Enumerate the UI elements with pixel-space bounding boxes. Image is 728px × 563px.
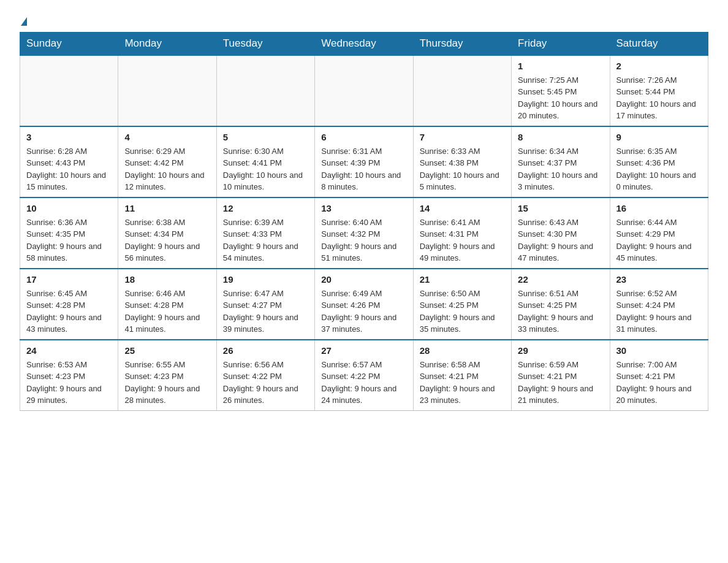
calendar-day-cell: 3Sunrise: 6:28 AM Sunset: 4:43 PM Daylig… (20, 126, 118, 197)
calendar-week-row: 3Sunrise: 6:28 AM Sunset: 4:43 PM Daylig… (20, 126, 708, 197)
day-number: 9 (616, 131, 702, 144)
day-info: Sunrise: 6:55 AM Sunset: 4:23 PM Dayligh… (124, 360, 200, 405)
calendar-day-cell: 23Sunrise: 6:52 AM Sunset: 4:24 PM Dayli… (610, 269, 708, 340)
calendar-day-cell: 20Sunrise: 6:49 AM Sunset: 4:26 PM Dayli… (315, 269, 413, 340)
day-number: 21 (420, 273, 505, 286)
calendar-day-cell: 8Sunrise: 6:34 AM Sunset: 4:37 PM Daylig… (512, 126, 610, 197)
calendar-week-row: 24Sunrise: 6:53 AM Sunset: 4:23 PM Dayli… (20, 340, 708, 411)
calendar-day-cell: 18Sunrise: 6:46 AM Sunset: 4:28 PM Dayli… (118, 269, 216, 340)
day-info: Sunrise: 7:25 AM Sunset: 5:45 PM Dayligh… (518, 75, 597, 121)
day-number: 29 (518, 344, 603, 358)
day-info: Sunrise: 6:35 AM Sunset: 4:36 PM Dayligh… (616, 147, 696, 192)
calendar-day-cell: 7Sunrise: 6:33 AM Sunset: 4:38 PM Daylig… (413, 126, 511, 197)
day-number: 28 (420, 344, 505, 358)
calendar-day-cell (20, 55, 118, 126)
day-info: Sunrise: 6:58 AM Sunset: 4:21 PM Dayligh… (420, 360, 495, 405)
day-info: Sunrise: 6:53 AM Sunset: 4:23 PM Dayligh… (26, 360, 102, 405)
day-info: Sunrise: 6:36 AM Sunset: 4:35 PM Dayligh… (26, 218, 102, 263)
day-info: Sunrise: 6:50 AM Sunset: 4:25 PM Dayligh… (420, 289, 495, 334)
day-info: Sunrise: 6:56 AM Sunset: 4:22 PM Dayligh… (223, 360, 298, 405)
day-number: 4 (124, 131, 210, 144)
calendar-day-cell: 5Sunrise: 6:30 AM Sunset: 4:41 PM Daylig… (216, 126, 314, 197)
day-info: Sunrise: 6:57 AM Sunset: 4:22 PM Dayligh… (321, 360, 396, 405)
weekday-header-saturday: Saturday (610, 33, 708, 56)
weekday-header-tuesday: Tuesday (216, 33, 314, 56)
day-info: Sunrise: 6:47 AM Sunset: 4:27 PM Dayligh… (223, 289, 298, 334)
day-number: 24 (26, 344, 112, 358)
day-number: 7 (420, 131, 505, 144)
calendar-day-cell: 30Sunrise: 7:00 AM Sunset: 4:21 PM Dayli… (610, 340, 708, 411)
weekday-header-friday: Friday (512, 33, 610, 56)
calendar-day-cell (413, 55, 511, 126)
calendar-day-cell: 1Sunrise: 7:25 AM Sunset: 5:45 PM Daylig… (512, 55, 610, 126)
calendar-day-cell: 27Sunrise: 6:57 AM Sunset: 4:22 PM Dayli… (315, 340, 413, 411)
weekday-header-row: SundayMondayTuesdayWednesdayThursdayFrid… (20, 33, 708, 56)
calendar-day-cell: 10Sunrise: 6:36 AM Sunset: 4:35 PM Dayli… (20, 197, 118, 269)
calendar-day-cell: 4Sunrise: 6:29 AM Sunset: 4:42 PM Daylig… (118, 126, 216, 197)
day-number: 10 (26, 202, 112, 215)
day-info: Sunrise: 6:34 AM Sunset: 4:37 PM Dayligh… (518, 147, 597, 192)
calendar-day-cell: 14Sunrise: 6:41 AM Sunset: 4:31 PM Dayli… (413, 197, 511, 269)
calendar-day-cell: 28Sunrise: 6:58 AM Sunset: 4:21 PM Dayli… (413, 340, 511, 411)
day-info: Sunrise: 7:26 AM Sunset: 5:44 PM Dayligh… (616, 75, 696, 121)
day-info: Sunrise: 6:40 AM Sunset: 4:32 PM Dayligh… (321, 218, 396, 263)
calendar-week-row: 17Sunrise: 6:45 AM Sunset: 4:28 PM Dayli… (20, 269, 708, 340)
day-info: Sunrise: 6:44 AM Sunset: 4:29 PM Dayligh… (616, 218, 692, 263)
day-number: 19 (223, 273, 308, 286)
logo (20, 17, 27, 26)
calendar-day-cell: 25Sunrise: 6:55 AM Sunset: 4:23 PM Dayli… (118, 340, 216, 411)
page-header (20, 15, 708, 26)
day-number: 20 (321, 273, 406, 286)
logo-triangle-icon (21, 17, 27, 26)
day-number: 1 (518, 59, 603, 73)
day-number: 30 (616, 344, 702, 358)
calendar-day-cell (315, 55, 413, 126)
day-info: Sunrise: 6:51 AM Sunset: 4:25 PM Dayligh… (518, 289, 593, 334)
calendar-day-cell: 24Sunrise: 6:53 AM Sunset: 4:23 PM Dayli… (20, 340, 118, 411)
day-number: 26 (223, 344, 308, 358)
weekday-header-wednesday: Wednesday (315, 33, 413, 56)
day-number: 13 (321, 202, 406, 215)
day-info: Sunrise: 6:29 AM Sunset: 4:42 PM Dayligh… (124, 147, 204, 192)
weekday-header-sunday: Sunday (20, 33, 118, 56)
day-info: Sunrise: 7:00 AM Sunset: 4:21 PM Dayligh… (616, 360, 692, 405)
calendar-week-row: 1Sunrise: 7:25 AM Sunset: 5:45 PM Daylig… (20, 55, 708, 126)
calendar-day-cell: 12Sunrise: 6:39 AM Sunset: 4:33 PM Dayli… (216, 197, 314, 269)
day-info: Sunrise: 6:38 AM Sunset: 4:34 PM Dayligh… (124, 218, 200, 263)
day-number: 25 (124, 344, 210, 358)
day-number: 3 (26, 131, 112, 144)
day-number: 27 (321, 344, 406, 358)
day-info: Sunrise: 6:39 AM Sunset: 4:33 PM Dayligh… (223, 218, 298, 263)
calendar-day-cell: 26Sunrise: 6:56 AM Sunset: 4:22 PM Dayli… (216, 340, 314, 411)
day-number: 23 (616, 273, 702, 286)
day-number: 11 (124, 202, 210, 215)
calendar-day-cell: 17Sunrise: 6:45 AM Sunset: 4:28 PM Dayli… (20, 269, 118, 340)
calendar-day-cell: 21Sunrise: 6:50 AM Sunset: 4:25 PM Dayli… (413, 269, 511, 340)
day-info: Sunrise: 6:43 AM Sunset: 4:30 PM Dayligh… (518, 218, 593, 263)
calendar-day-cell: 15Sunrise: 6:43 AM Sunset: 4:30 PM Dayli… (512, 197, 610, 269)
day-info: Sunrise: 6:30 AM Sunset: 4:41 PM Dayligh… (223, 147, 303, 192)
day-info: Sunrise: 6:49 AM Sunset: 4:26 PM Dayligh… (321, 289, 396, 334)
day-number: 5 (223, 131, 308, 144)
day-number: 6 (321, 131, 406, 144)
day-info: Sunrise: 6:46 AM Sunset: 4:28 PM Dayligh… (124, 289, 200, 334)
day-number: 12 (223, 202, 308, 215)
calendar-day-cell: 13Sunrise: 6:40 AM Sunset: 4:32 PM Dayli… (315, 197, 413, 269)
day-info: Sunrise: 6:45 AM Sunset: 4:28 PM Dayligh… (26, 289, 102, 334)
day-number: 8 (518, 131, 603, 144)
calendar-day-cell: 2Sunrise: 7:26 AM Sunset: 5:44 PM Daylig… (610, 55, 708, 126)
calendar-day-cell: 19Sunrise: 6:47 AM Sunset: 4:27 PM Dayli… (216, 269, 314, 340)
calendar-day-cell: 29Sunrise: 6:59 AM Sunset: 4:21 PM Dayli… (512, 340, 610, 411)
day-number: 16 (616, 202, 702, 215)
day-number: 15 (518, 202, 603, 215)
weekday-header-monday: Monday (118, 33, 216, 56)
calendar-day-cell: 16Sunrise: 6:44 AM Sunset: 4:29 PM Dayli… (610, 197, 708, 269)
calendar-table: SundayMondayTuesdayWednesdayThursdayFrid… (20, 32, 708, 411)
calendar-day-cell: 22Sunrise: 6:51 AM Sunset: 4:25 PM Dayli… (512, 269, 610, 340)
calendar-day-cell (216, 55, 314, 126)
calendar-day-cell: 6Sunrise: 6:31 AM Sunset: 4:39 PM Daylig… (315, 126, 413, 197)
weekday-header-thursday: Thursday (413, 33, 511, 56)
day-info: Sunrise: 6:31 AM Sunset: 4:39 PM Dayligh… (321, 147, 401, 192)
day-info: Sunrise: 6:28 AM Sunset: 4:43 PM Dayligh… (26, 147, 106, 192)
calendar-day-cell: 9Sunrise: 6:35 AM Sunset: 4:36 PM Daylig… (610, 126, 708, 197)
